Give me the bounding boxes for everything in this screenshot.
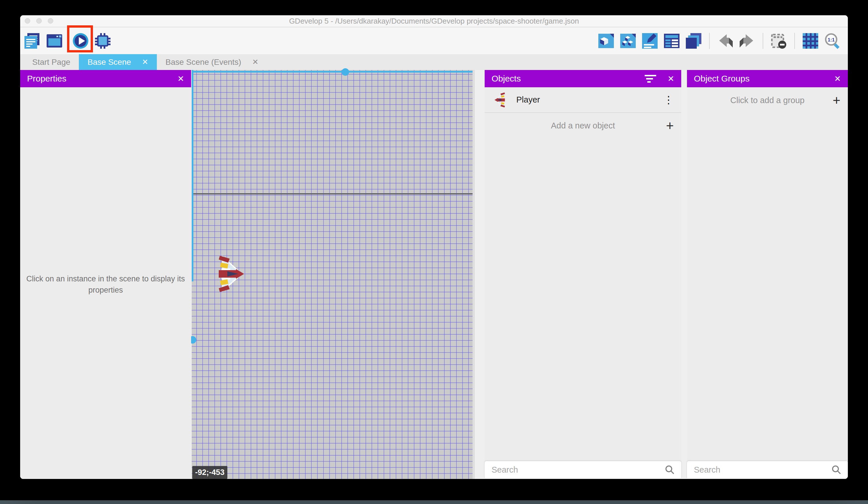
scene-window-top-border [192,71,473,73]
tab-label: Base Scene [87,58,131,67]
object-name: Player [516,95,540,104]
project-manager-icon[interactable] [24,32,41,50]
scene-axis-line [192,193,473,194]
redo-icon[interactable] [738,32,756,50]
add-group-label: Click to add a group [731,95,805,105]
svg-text:1:1: 1:1 [828,37,835,43]
groups-search-input[interactable] [693,465,831,475]
close-icon[interactable]: ✕ [834,74,841,83]
objects-search-input[interactable] [491,465,664,475]
undo-icon[interactable] [717,32,734,50]
debug-icon[interactable] [94,32,111,50]
tab-close-icon[interactable]: ✕ [142,58,148,67]
close-icon[interactable]: ✕ [178,74,184,83]
panel-title: Properties [27,74,66,83]
annotation-highlight-box [67,26,93,52]
desktop-edge [0,500,868,504]
canvas-right-divider [473,70,475,479]
instances-list-icon[interactable] [663,32,680,50]
toolbar-separator [709,33,710,49]
objects-panel: Objects ✕ Player ⋮ Add a new object [485,70,681,479]
add-icon[interactable]: + [833,94,840,107]
toolbar-separator [763,33,763,49]
title-bar: GDevelop 5 - /Users/dkarakay/Documents/G… [20,15,848,27]
object-groups-panel: Object Groups ✕ Click to add a group + [687,70,848,479]
object-list-item-player[interactable]: Player ⋮ [485,87,681,113]
layers-editor-icon[interactable] [685,32,702,50]
editor-tabs: Start Page Base Scene ✕ Base Scene (Even… [20,54,848,70]
window-title: GDevelop 5 - /Users/dkarakay/Documents/G… [20,15,848,27]
tab-base-scene[interactable]: Base Scene ✕ [79,54,157,70]
gdevelop-window: GDevelop 5 - /Users/dkarakay/Documents/G… [20,15,848,479]
main-toolbar: 1:1 [20,27,848,54]
properties-panel: Properties ✕ Click on an instance in the… [20,70,191,479]
objects-panel-header: Objects ✕ [485,70,681,87]
add-group-row[interactable]: Click to add a group + [687,87,848,113]
add-object-row[interactable]: Add a new object + [485,113,681,138]
tab-base-scene-events[interactable]: Base Scene (Events) ✕ [157,54,267,70]
properties-hint: Click on an instance in the scene to dis… [25,273,186,296]
instance-properties-icon[interactable] [641,32,659,50]
tab-close-icon[interactable]: ✕ [252,58,258,67]
properties-panel-header: Properties ✕ [20,70,191,87]
object-menu-icon[interactable]: ⋮ [663,95,674,105]
magnifier-icon[interactable] [831,465,841,475]
toggle-grid-icon[interactable] [802,32,819,50]
panel-title: Objects [492,74,521,83]
scene-window-left-border [192,70,193,281]
panel-title: Object Groups [694,74,750,83]
editor-content: -92;-453 Properties ✕ Click on an instan… [20,70,848,479]
scene-border-handle-top[interactable] [342,68,349,76]
magnifier-icon[interactable] [664,465,675,475]
objects-search-bar [485,461,681,478]
groups-search-bar [687,461,848,478]
toggle-window-mask-icon[interactable] [770,32,787,50]
zoom-original-icon[interactable]: 1:1 [824,32,841,50]
tab-label: Base Scene (Events) [165,58,241,67]
tab-start-page[interactable]: Start Page [24,54,79,70]
objects-editor-icon[interactable] [598,32,615,50]
minimize-window-button[interactable] [36,18,42,24]
player-instance-sprite[interactable] [219,256,245,292]
toolbar-separator [794,33,795,49]
tab-label: Start Page [32,58,70,67]
filter-list-icon[interactable] [645,74,656,83]
player-thumbnail-icon [492,92,507,108]
close-icon[interactable]: ✕ [668,74,674,83]
add-icon[interactable]: + [666,119,674,132]
object-groups-panel-header: Object Groups ✕ [687,70,848,87]
scene-editor-icon[interactable] [46,32,63,50]
cursor-coordinates-tooltip: -92;-453 [192,466,227,479]
maximize-window-button[interactable] [48,18,53,24]
traffic-lights [25,18,53,24]
toolbar-right-group: 1:1 [598,32,848,50]
object-groups-editor-icon[interactable] [619,32,637,50]
add-object-label: Add a new object [551,121,615,130]
close-window-button[interactable] [25,18,30,24]
